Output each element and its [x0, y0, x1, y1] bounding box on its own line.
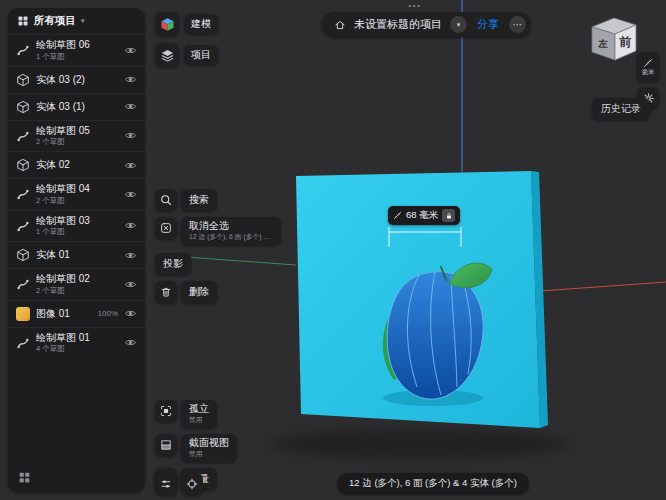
zoom-to-fit-button[interactable]: [181, 473, 203, 495]
item-text: 绘制草图 03 1 个草图: [36, 215, 118, 238]
deselect-pill: 取消全选 12 边 (多个), 6 面 (多个) & 4 实体 (多个): [181, 217, 281, 245]
dimension-input[interactable]: 68 毫米: [388, 206, 460, 225]
app-root: ••• 所有项目 ▾ 绘制草图 06 1 个草图 实体 03 (2): [0, 0, 666, 500]
viewcube-front-label: 前: [619, 35, 632, 49]
item-subtitle: 4 个草图: [36, 344, 118, 354]
layers-icon: [155, 43, 179, 67]
lock-button[interactable]: [442, 209, 455, 222]
item-label: 实体 02: [36, 159, 118, 171]
trash-icon: [155, 281, 177, 303]
eye-icon[interactable]: [124, 219, 137, 232]
multitask-indicator: •••: [398, 1, 432, 10]
sidebar-item[interactable]: 实体 02: [8, 151, 145, 178]
sketch-icon: [16, 219, 30, 233]
items-label: 项目: [184, 45, 218, 65]
section-label: 截面视图: [189, 437, 229, 449]
project-title-bar: 未设置标题的项目 ▾ 分享 ⋯: [322, 12, 531, 37]
item-text: 绘制草图 05 2 个草图: [36, 125, 118, 148]
eye-icon[interactable]: [124, 278, 137, 291]
isolate-action[interactable]: 孤立 禁用: [155, 400, 237, 428]
body-cube-icon: [16, 73, 30, 87]
target-icon: [186, 478, 198, 490]
deselect-action[interactable]: 取消全选 12 边 (多个), 6 面 (多个) & 4 实体 (多个): [155, 217, 281, 245]
body-cube-icon: [16, 158, 30, 172]
eye-icon[interactable]: [124, 307, 137, 320]
dimension-value[interactable]: 68 毫米: [406, 209, 438, 222]
projection-action[interactable]: 投影: [155, 253, 281, 275]
history-button[interactable]: 历史记录: [592, 98, 650, 120]
section-pill: 截面视图 禁用: [181, 434, 237, 462]
section-state: 禁用: [189, 449, 229, 459]
delete-label: 删除: [181, 281, 217, 303]
context-menu: 搜索 取消全选 12 边 (多个), 6 面 (多个) & 4 实体 (多个) …: [155, 189, 281, 309]
isolate-state: 禁用: [189, 415, 209, 425]
home-icon[interactable]: [334, 19, 346, 31]
ruler-icon: [643, 58, 653, 68]
item-label: 绘制草图 04: [36, 183, 118, 195]
eye-icon[interactable]: [124, 336, 137, 349]
item-label: 实体 03 (1): [36, 101, 118, 113]
item-text: 绘制草图 06 1 个草图: [36, 39, 118, 62]
grid-icon: [17, 15, 29, 27]
view-settings-button[interactable]: [155, 473, 177, 495]
item-label: 绘制草图 06: [36, 39, 118, 51]
sketch-icon: [16, 187, 30, 201]
eye-icon[interactable]: [124, 249, 137, 262]
item-subtitle: 1 个草图: [36, 227, 118, 237]
item-text: 绘制草图 04 2 个草图: [36, 183, 118, 206]
eye-icon[interactable]: [124, 159, 137, 172]
plane-shadow: [270, 429, 570, 459]
sidebar-item[interactable]: 绘制草图 03 1 个草图: [8, 210, 145, 242]
search-icon: [155, 189, 177, 211]
modeling-label: 建模: [184, 14, 218, 34]
items-space-button[interactable]: 项目: [155, 43, 218, 67]
sketch-icon: [16, 129, 30, 143]
sidebar-footer: [8, 462, 145, 492]
delete-action[interactable]: 删除: [155, 281, 281, 303]
selection-status: 12 边 (多个), 6 面 (多个) & 4 实体 (多个): [337, 473, 529, 494]
sidebar-item[interactable]: 图像 01 100%: [8, 300, 145, 327]
view-cube[interactable]: 左 前: [584, 10, 642, 72]
sidebar-item[interactable]: 绘制草图 01 4 个草图: [8, 327, 145, 359]
deselect-label: 取消全选: [189, 220, 273, 232]
search-action[interactable]: 搜索: [155, 189, 281, 211]
sidebar-item[interactable]: 绘制草图 05 2 个草图: [8, 120, 145, 152]
eye-icon[interactable]: [124, 188, 137, 201]
title-chevron-button[interactable]: ▾: [450, 16, 467, 33]
deselect-subtitle: 12 边 (多个), 6 面 (多个) & 4 实体 (多个): [189, 232, 273, 242]
isolate-icon: [155, 400, 177, 422]
sidebar-header[interactable]: 所有项目 ▾: [8, 8, 145, 34]
sidebar-item[interactable]: 实体 03 (2): [8, 66, 145, 93]
item-label: 实体 03 (2): [36, 74, 118, 86]
item-subtitle: 2 个草图: [36, 196, 118, 206]
eye-icon[interactable]: [124, 73, 137, 86]
eye-icon[interactable]: [124, 129, 137, 142]
search-label: 搜索: [181, 189, 217, 211]
item-label: 绘制草图 01: [36, 332, 118, 344]
item-opacity-value: 100%: [98, 309, 118, 318]
sidebar-item-list: 绘制草图 06 1 个草图 实体 03 (2) 实体 03 (1): [8, 34, 145, 358]
section-icon: [155, 434, 177, 456]
sidebar-title: 所有项目: [34, 14, 76, 28]
eye-icon[interactable]: [124, 100, 137, 113]
section-view-action[interactable]: 截面视图 禁用: [155, 434, 237, 462]
spaces-switcher: 建模 项目: [155, 12, 218, 74]
project-title[interactable]: 未设置标题的项目: [354, 17, 442, 32]
sidebar-item[interactable]: 绘制草图 02 2 个草图: [8, 268, 145, 300]
sidebar-item[interactable]: 绘制草图 04 2 个草图: [8, 178, 145, 210]
more-button[interactable]: ⋯: [509, 16, 526, 33]
share-button[interactable]: 分享: [475, 17, 501, 32]
items-sidebar: 所有项目 ▾ 绘制草图 06 1 个草图 实体 03 (2): [8, 8, 145, 492]
footer-grid-icon[interactable]: [18, 471, 31, 484]
sidebar-item[interactable]: 实体 03 (1): [8, 93, 145, 120]
item-subtitle: 1 个草图: [36, 52, 118, 62]
sidebar-item[interactable]: 实体 01: [8, 241, 145, 268]
eye-icon[interactable]: [124, 44, 137, 57]
modeling-space-button[interactable]: 建模: [155, 12, 218, 36]
units-button[interactable]: 毫米: [637, 52, 659, 82]
item-label: 图像 01: [36, 308, 92, 320]
item-label: 绘制草图 03: [36, 215, 118, 227]
sidebar-item[interactable]: 绘制草图 06 1 个草图: [8, 34, 145, 66]
axis-y-red: [540, 282, 666, 291]
item-text: 实体 03 (2): [36, 74, 118, 86]
